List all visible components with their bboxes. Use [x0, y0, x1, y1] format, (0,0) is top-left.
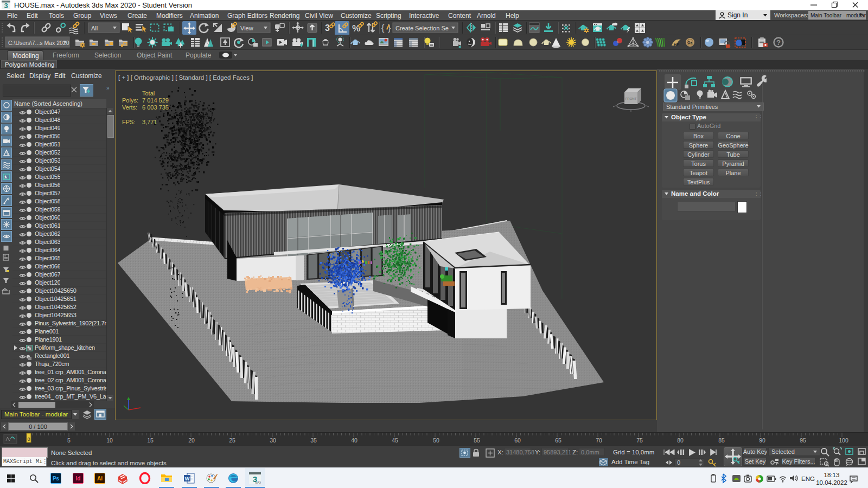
svg-text:10: 10 — [106, 437, 113, 444]
svg-text:50: 50 — [433, 437, 439, 444]
svg-text:15: 15 — [147, 437, 154, 444]
svg-text:Ox: Ox — [687, 41, 692, 44]
svg-text:100: 100 — [839, 437, 848, 444]
svg-text:35: 35 — [310, 437, 317, 444]
svg-text:?: ? — [776, 38, 781, 47]
svg-text:20: 20 — [188, 437, 195, 444]
svg-text:All: All — [91, 25, 98, 31]
svg-text:0: 0 — [27, 436, 30, 442]
svg-text:Create Selection Se: Create Selection Se — [395, 25, 449, 31]
svg-text:75: 75 — [636, 437, 643, 444]
svg-text:3: 3 — [4, 2, 8, 10]
svg-text:MAX: MAX — [256, 481, 261, 484]
svg-text:{: { — [381, 23, 385, 33]
svg-text:View: View — [240, 25, 253, 31]
svg-text:65: 65 — [555, 437, 561, 444]
svg-text:90: 90 — [759, 437, 765, 444]
svg-text:85: 85 — [718, 437, 725, 444]
svg-text:FRONT: FRONT — [626, 97, 637, 100]
svg-text:95: 95 — [800, 437, 806, 444]
svg-text:25: 25 — [229, 437, 235, 444]
svg-text:HF: HF — [674, 43, 679, 47]
svg-text:C:\Users\7...s Max 2020: C:\Users\7...s Max 2020 — [8, 40, 69, 46]
svg-text:45: 45 — [392, 437, 398, 444]
svg-text:40: 40 — [351, 437, 358, 444]
svg-text:70: 70 — [596, 437, 602, 444]
svg-text:55: 55 — [474, 437, 480, 444]
svg-text:3: 3 — [325, 23, 330, 33]
svg-text:30: 30 — [270, 437, 276, 444]
svg-text:W: W — [185, 476, 190, 481]
svg-text:5: 5 — [67, 437, 71, 444]
svg-text:60: 60 — [514, 437, 521, 444]
svg-text:80: 80 — [677, 437, 684, 444]
